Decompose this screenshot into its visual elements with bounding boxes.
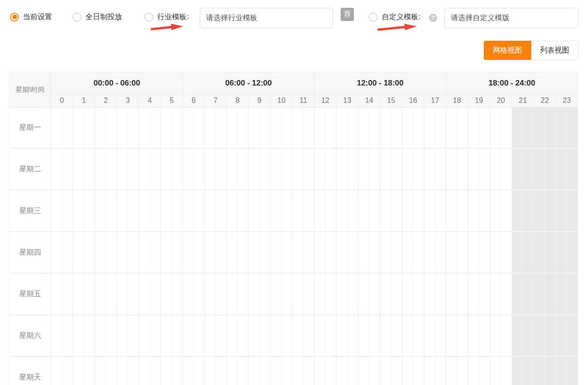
schedule-cell[interactable] [249, 232, 260, 274]
schedule-cell[interactable] [358, 315, 369, 357]
schedule-cell[interactable] [446, 149, 457, 191]
schedule-cell[interactable] [95, 274, 106, 315]
schedule-cell[interactable] [402, 315, 413, 357]
schedule-cell[interactable] [391, 191, 402, 232]
schedule-cell[interactable] [402, 191, 413, 232]
schedule-cell[interactable] [501, 274, 512, 315]
schedule-cell[interactable] [73, 107, 84, 149]
schedule-cell[interactable] [282, 232, 293, 274]
schedule-cell[interactable] [501, 191, 512, 232]
schedule-cell[interactable] [347, 232, 358, 274]
schedule-cell[interactable] [194, 107, 205, 149]
schedule-cell[interactable] [391, 274, 402, 315]
schedule-cell[interactable] [260, 191, 271, 232]
schedule-cell[interactable] [468, 107, 479, 149]
schedule-cell[interactable] [73, 232, 84, 274]
schedule-cell[interactable] [172, 357, 183, 385]
schedule-cell[interactable] [315, 357, 326, 385]
schedule-cell[interactable] [271, 315, 282, 357]
schedule-cell[interactable] [172, 232, 183, 274]
schedule-cell[interactable] [172, 315, 183, 357]
schedule-cell[interactable] [479, 149, 490, 191]
schedule-cell[interactable] [534, 149, 545, 191]
schedule-cell[interactable] [106, 191, 117, 232]
schedule-cell[interactable] [128, 315, 139, 357]
schedule-cell[interactable] [216, 357, 227, 385]
schedule-cell[interactable] [139, 232, 150, 274]
schedule-cell[interactable] [512, 232, 523, 274]
schedule-cell[interactable] [260, 149, 271, 191]
schedule-cell[interactable] [216, 107, 227, 149]
schedule-cell[interactable] [369, 191, 380, 232]
schedule-cell[interactable] [249, 274, 260, 315]
schedule-cell[interactable] [402, 107, 413, 149]
schedule-cell[interactable] [227, 232, 238, 274]
schedule-cell[interactable] [282, 149, 293, 191]
schedule-cell[interactable] [304, 232, 315, 274]
schedule-cell[interactable] [523, 191, 534, 232]
schedule-cell[interactable] [413, 315, 424, 357]
schedule-cell[interactable] [106, 274, 117, 315]
schedule-cell[interactable] [315, 149, 326, 191]
schedule-cell[interactable] [139, 315, 150, 357]
schedule-cell[interactable] [282, 357, 293, 385]
schedule-cell[interactable] [293, 274, 304, 315]
schedule-cell[interactable] [424, 357, 435, 385]
schedule-cell[interactable] [194, 232, 205, 274]
schedule-cell[interactable] [347, 357, 358, 385]
schedule-cell[interactable] [62, 315, 73, 357]
schedule-cell[interactable] [479, 191, 490, 232]
schedule-cell[interactable] [435, 232, 446, 274]
schedule-cell[interactable] [128, 149, 139, 191]
schedule-cell[interactable] [315, 191, 326, 232]
schedule-cell[interactable] [326, 274, 337, 315]
radio-current-settings[interactable]: 当前设置 [10, 12, 52, 21]
schedule-cell[interactable] [150, 315, 161, 357]
schedule-cell[interactable] [161, 357, 172, 385]
schedule-cell[interactable] [490, 232, 501, 274]
schedule-cell[interactable] [479, 107, 490, 149]
schedule-cell[interactable] [139, 149, 150, 191]
schedule-cell[interactable] [424, 232, 435, 274]
schedule-cell[interactable] [315, 232, 326, 274]
schedule-cell[interactable] [413, 107, 424, 149]
schedule-cell[interactable] [161, 107, 172, 149]
schedule-cell[interactable] [227, 191, 238, 232]
schedule-cell[interactable] [435, 315, 446, 357]
schedule-cell[interactable] [424, 191, 435, 232]
schedule-cell[interactable] [369, 107, 380, 149]
schedule-cell[interactable] [567, 149, 578, 191]
schedule-cell[interactable] [567, 315, 578, 357]
schedule-cell[interactable] [326, 232, 337, 274]
schedule-cell[interactable] [62, 274, 73, 315]
schedule-cell[interactable] [304, 357, 315, 385]
schedule-cell[interactable] [282, 315, 293, 357]
schedule-cell[interactable] [216, 232, 227, 274]
schedule-cell[interactable] [84, 274, 95, 315]
schedule-cell[interactable] [205, 107, 216, 149]
schedule-cell[interactable] [446, 191, 457, 232]
schedule-cell[interactable] [95, 232, 106, 274]
schedule-cell[interactable] [205, 357, 216, 385]
schedule-cell[interactable] [435, 107, 446, 149]
schedule-cell[interactable] [534, 274, 545, 315]
schedule-cell[interactable] [424, 274, 435, 315]
schedule-cell[interactable] [84, 191, 95, 232]
schedule-cell[interactable] [84, 315, 95, 357]
schedule-cell[interactable] [523, 357, 534, 385]
schedule-cell[interactable] [380, 315, 391, 357]
schedule-cell[interactable] [117, 357, 128, 385]
schedule-cell[interactable] [567, 191, 578, 232]
schedule-cell[interactable] [51, 274, 62, 315]
schedule-cell[interactable] [95, 357, 106, 385]
schedule-cell[interactable] [117, 107, 128, 149]
schedule-cell[interactable] [62, 191, 73, 232]
schedule-cell[interactable] [117, 149, 128, 191]
schedule-cell[interactable] [84, 232, 95, 274]
schedule-cell[interactable] [391, 232, 402, 274]
schedule-cell[interactable] [446, 232, 457, 274]
schedule-cell[interactable] [293, 357, 304, 385]
schedule-cell[interactable] [249, 149, 260, 191]
schedule-cell[interactable] [501, 315, 512, 357]
schedule-cell[interactable] [51, 107, 62, 149]
